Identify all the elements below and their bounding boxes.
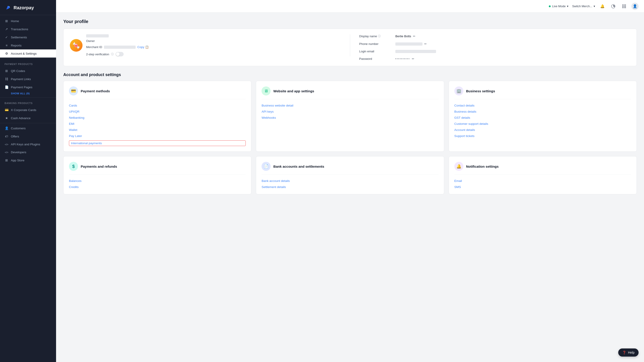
bank-accounts-icon: 📄	[262, 162, 270, 171]
show-all-button[interactable]: SHOW ALL (9)	[0, 91, 56, 97]
account-details-link[interactable]: Account details	[454, 128, 631, 132]
netbanking-link[interactable]: Netbanking	[69, 116, 246, 119]
payments-refunds-header: $ Payments and refunds	[69, 162, 246, 175]
dev-icon: </>	[4, 151, 8, 154]
notification-settings-links: Email SMS	[454, 179, 631, 189]
phone-edit[interactable]: ✏	[424, 42, 427, 46]
customer-support-link[interactable]: Customer support details	[454, 122, 631, 126]
upi-link[interactable]: UPI/QR	[69, 110, 246, 113]
nav: ⊞ Home ↗ Transactions ✓ Settlements ≡ Re…	[0, 15, 56, 362]
cards-link[interactable]: Cards	[69, 104, 246, 107]
business-settings-header: 🏢 Business settings	[454, 86, 631, 99]
emi-link[interactable]: EMI	[69, 122, 246, 126]
sidebar-item-corporate-cards[interactable]: 💳 X Corporate Cards	[0, 106, 56, 114]
name-blur	[86, 34, 109, 37]
website-app-icon: 🖥	[262, 86, 270, 95]
sidebar-item-customers[interactable]: 👤 Customers	[0, 124, 56, 132]
info-icon[interactable]: ⓘ	[111, 52, 114, 56]
bank-accounts-title: Bank accounts and settlements	[273, 165, 324, 168]
live-dot	[549, 5, 551, 7]
svg-rect-9	[625, 7, 626, 8]
sidebar-item-app-store[interactable]: ⊞ App Store	[0, 156, 56, 164]
svg-rect-2	[624, 4, 624, 5]
merchant-id-label: Merchant ID	[86, 45, 102, 49]
notification-settings-icon: 🔔	[454, 162, 464, 171]
sidebar-item-settlements[interactable]: ✓ Settlements	[0, 33, 56, 41]
sidebar-item-payment-pages[interactable]: 📄 Payment Pages	[0, 83, 56, 91]
sidebar-item-api-keys[interactable]: </> API Keys and Plugins	[0, 140, 56, 148]
business-details-link[interactable]: Business details	[454, 110, 631, 113]
svg-rect-7	[622, 7, 623, 8]
email-notif-link[interactable]: Email	[454, 179, 631, 182]
bank-accounts-card: 📄 Bank accounts and settlements Bank acc…	[256, 156, 444, 194]
sidebar: Razorpay ⊞ Home ↗ Transactions ✓ Settlem…	[0, 0, 56, 362]
sidebar-item-cash-advance[interactable]: ★ Cash Advance	[0, 114, 56, 122]
password-edit[interactable]: ✏	[412, 57, 414, 60]
phone-label: Phone number	[359, 42, 395, 46]
display-name-field: Display name ⓘ Bertie Botts ✏	[359, 34, 630, 38]
bank-account-details-link[interactable]: Bank account details	[262, 179, 438, 182]
user-avatar-button[interactable]: 👤	[631, 3, 638, 10]
avatar: 🍬	[70, 39, 82, 52]
website-app-header: 🖥 Website and app settings	[262, 86, 438, 99]
svg-rect-8	[624, 7, 624, 8]
main-area: Live Mode ▾ Switch Merch... ▾ 🔔	[56, 0, 644, 362]
two-step-toggle[interactable]	[116, 52, 124, 56]
topbar: Live Mode ▾ Switch Merch... ▾ 🔔	[56, 0, 644, 13]
business-settings-links: Contact details Business details GST det…	[454, 104, 631, 138]
webhooks-link[interactable]: Webhooks	[262, 116, 438, 119]
chart-button[interactable]	[610, 3, 617, 10]
contact-details-link[interactable]: Contact details	[454, 104, 631, 107]
api-icon: </>	[4, 143, 8, 146]
sidebar-item-qr-codes[interactable]: ⊞ QR Codes	[0, 67, 56, 75]
settings-icon: ⚙	[4, 52, 8, 55]
pay-later-link[interactable]: Pay Later	[69, 134, 246, 138]
gst-details-link[interactable]: GST details	[454, 116, 631, 119]
sidebar-item-home[interactable]: ⊞ Home	[0, 17, 56, 25]
switch-merchant-selector[interactable]: Switch Merch... ▾	[572, 4, 595, 8]
notification-settings-title: Notification settings	[466, 165, 499, 168]
notifications-button[interactable]: 🔔	[599, 3, 606, 10]
home-icon: ⊞	[4, 19, 8, 23]
display-info-icon[interactable]: ⓘ	[378, 34, 381, 38]
balances-link[interactable]: Balances	[69, 179, 246, 182]
display-name-label: Display name ⓘ	[359, 34, 395, 38]
sidebar-item-offers[interactable]: 🏷 Offers	[0, 132, 56, 140]
two-step-row: 2-step verification ⓘ	[86, 52, 341, 56]
sidebar-item-payment-links[interactable]: ⛓ Payment Links	[0, 75, 56, 83]
divider-3	[0, 123, 56, 123]
support-tickets-link[interactable]: Support tickets	[454, 134, 631, 138]
help-button[interactable]: ❓ Help	[618, 349, 638, 357]
sms-notif-link[interactable]: SMS	[454, 185, 631, 189]
reports-icon: ≡	[4, 43, 8, 47]
qr-icon: ⊞	[4, 69, 8, 73]
copy-button[interactable]: Copy 📋	[138, 45, 149, 49]
payment-methods-links: Cards UPI/QR Netbanking EMI Wallet Pay L…	[69, 104, 246, 146]
toggle-knob	[116, 52, 120, 56]
sidebar-item-reports[interactable]: ≡ Reports	[0, 41, 56, 49]
settings-grid: 💳 Payment methods Cards UPI/QR Netbankin…	[63, 81, 637, 194]
sidebar-item-developers[interactable]: </> Developers	[0, 148, 56, 156]
international-payments-link[interactable]: International payments	[69, 140, 246, 146]
sidebar-item-account-settings[interactable]: ⚙ Account & Settings	[0, 49, 56, 58]
business-website-link[interactable]: Business website detail	[262, 104, 438, 107]
email-value	[395, 50, 630, 53]
grid-menu-button[interactable]	[620, 3, 628, 10]
api-keys-link[interactable]: API keys	[262, 110, 438, 113]
notification-settings-header: 🔔 Notification settings	[454, 162, 631, 175]
phone-value: ✏	[395, 42, 630, 46]
page-title: Your profile	[63, 19, 637, 24]
cash-icon: ★	[4, 116, 8, 120]
page-content: Your profile 🍬 Owner Merchant ID Copy 📋	[56, 13, 644, 362]
password-dots: ••••••••••	[395, 58, 410, 60]
credits-link[interactable]: Credits	[69, 185, 246, 189]
sidebar-item-transactions[interactable]: ↗ Transactions	[0, 25, 56, 33]
live-mode-selector[interactable]: Live Mode ▾	[549, 4, 568, 8]
display-name-edit[interactable]: ✏	[413, 34, 416, 38]
merchant-id-row: Merchant ID Copy 📋	[86, 45, 341, 49]
settlement-details-link[interactable]: Settlement details	[262, 185, 438, 189]
notification-settings-card: 🔔 Notification settings Email SMS	[449, 156, 637, 194]
payments-refunds-card: $ Payments and refunds Balances Credits	[63, 156, 251, 194]
wallet-link[interactable]: Wallet	[69, 128, 246, 132]
settings-section-title: Account and product settings	[63, 72, 637, 77]
